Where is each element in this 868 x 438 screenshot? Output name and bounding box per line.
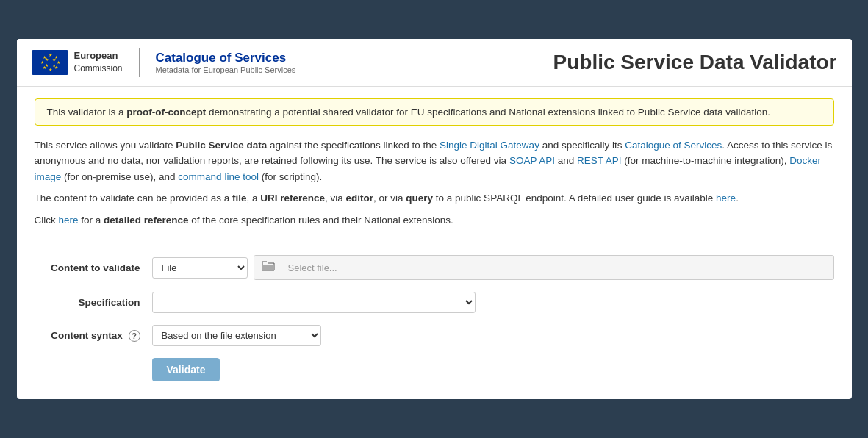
link-command-line-tool[interactable]: command line tool	[178, 171, 259, 182]
p1-mid2: and specifically its	[539, 140, 625, 151]
svg-text:★: ★	[51, 63, 55, 68]
link-soap-api[interactable]: SOAP API	[509, 155, 555, 166]
page-title: Public Service Data Validator	[553, 51, 837, 74]
eu-flag: ★ ★ ★ ★ ★ ★ ★	[32, 50, 68, 75]
notice-text-before: This validator is a	[47, 107, 127, 118]
p1-mid6: (for on-premise use), and	[61, 171, 178, 182]
p2-mid2: , via	[325, 193, 346, 204]
content-type-select[interactable]: File URI Editor Query	[152, 257, 248, 279]
header-divider	[139, 48, 140, 77]
ec-name-commission: Commission	[74, 62, 123, 75]
notice-bold: proof-of-concept	[126, 107, 206, 118]
info-paragraph-1: This service allows you validate Public …	[35, 137, 834, 185]
main-window: ★ ★ ★ ★ ★ ★ ★	[15, 37, 853, 401]
syntax-help-icon[interactable]: ?	[129, 330, 140, 342]
p1-end: (for scripting).	[259, 171, 322, 182]
eu-logo: ★ ★ ★ ★ ★ ★ ★	[32, 49, 123, 75]
specification-controls	[152, 292, 834, 313]
p1-bold: Public Service data	[176, 140, 267, 151]
catalogue-title: Catalogue of Services	[156, 51, 296, 65]
content-label: Content to validate	[35, 262, 152, 273]
form-section: Content to validate File URI Editor Quer…	[35, 240, 834, 381]
svg-text:★: ★	[44, 63, 48, 68]
header-left: ★ ★ ★ ★ ★ ★ ★	[32, 48, 296, 77]
p1-start: This service allows you validate	[35, 140, 176, 151]
syntax-select[interactable]: Based on the file extension RDF/XML Turt…	[152, 325, 321, 346]
p1-mid: against the specifications linked to the	[267, 140, 440, 151]
main-content: This validator is a proof-of-concept dem…	[17, 87, 852, 400]
specification-label: Specification	[35, 297, 152, 308]
link-rest-api[interactable]: REST API	[577, 155, 622, 166]
validate-button[interactable]: Validate	[152, 358, 220, 381]
catalogue-text: Catalogue of Services Metadata for Europ…	[156, 51, 296, 74]
notice-text-after: demonstrating a potential shared validat…	[206, 107, 770, 118]
info-paragraph-3: Click here for a detailed reference of t…	[35, 212, 834, 229]
content-syntax-row: Content syntax ? Based on the file exten…	[35, 325, 834, 346]
p1-mid5: (for machine-to-machine integration),	[621, 155, 789, 166]
info-paragraph-2: The content to validate can be provided …	[35, 190, 834, 207]
p2-mid4: to a public SPARQL endpoint. A detailed …	[433, 193, 716, 204]
validate-row: Validate	[152, 358, 834, 381]
specification-select[interactable]	[152, 292, 476, 313]
p2-mid3: , or via	[373, 193, 406, 204]
p2-bold-file: file	[232, 193, 247, 204]
content-controls: File URI Editor Query Sel	[152, 255, 834, 280]
catalogue-subtitle: Metadata for European Public Services	[156, 65, 296, 74]
link-single-digital-gateway[interactable]: Single Digital Gateway	[440, 140, 539, 151]
specification-row: Specification	[35, 292, 834, 313]
p2-start: The content to validate can be provided …	[35, 193, 232, 204]
p2-bold-query: query	[406, 193, 433, 204]
p3-mid: for a	[79, 215, 104, 226]
p1-mid4: and	[555, 155, 577, 166]
header: ★ ★ ★ ★ ★ ★ ★	[17, 39, 852, 87]
file-browse-button[interactable]	[254, 256, 282, 279]
p2-bold-editor: editor	[346, 193, 374, 204]
svg-text:★: ★	[51, 57, 55, 62]
svg-text:★: ★	[40, 60, 43, 65]
content-to-validate-row: Content to validate File URI Editor Quer…	[35, 255, 834, 280]
p2-mid1: , a	[246, 193, 260, 204]
file-placeholder: Select file...	[282, 258, 833, 278]
svg-text:★: ★	[44, 57, 48, 62]
p3-start: Click	[35, 215, 59, 226]
link-user-guide[interactable]: here	[716, 193, 736, 204]
commission-text: European Commission	[74, 49, 123, 75]
file-input-area: Select file...	[254, 255, 834, 280]
p3-end: of the core specification rules and thei…	[189, 215, 453, 226]
ec-name-european: European	[74, 49, 123, 62]
syntax-controls: Based on the file extension RDF/XML Turt…	[152, 325, 834, 346]
link-detailed-reference[interactable]: here	[59, 215, 79, 226]
p2-bold-uri: URI reference	[260, 193, 325, 204]
svg-text:★: ★	[48, 68, 51, 72]
syntax-label: Content syntax ?	[35, 330, 152, 342]
svg-text:★: ★	[56, 60, 60, 65]
p3-bold: detailed reference	[104, 215, 189, 226]
notice-box: This validator is a proof-of-concept dem…	[35, 98, 834, 126]
link-catalogue-of-services[interactable]: Catalogue of Services	[625, 140, 722, 151]
p2-end: .	[736, 193, 739, 204]
